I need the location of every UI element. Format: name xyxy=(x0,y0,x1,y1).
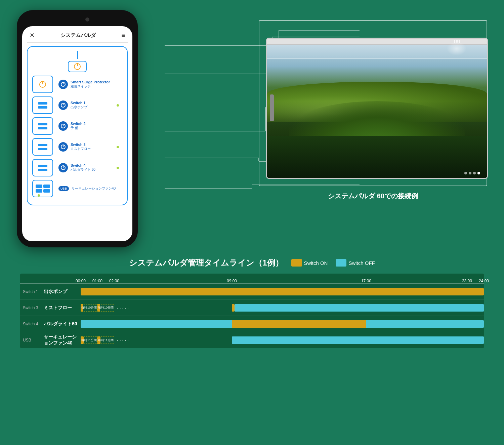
outlet-slot xyxy=(38,148,47,150)
row-switch-label-1: Switch 1 xyxy=(20,289,44,294)
legend-on-box xyxy=(291,259,302,267)
switch-name-1: Switch 1 xyxy=(71,101,87,105)
row-bar-usb: 毎時11分間 毎時11分間 · · · · · xyxy=(81,332,484,348)
outlet-row-1: Switch 1 出水ポンプ xyxy=(32,96,122,114)
phone-title: システムパルダ xyxy=(60,32,96,39)
close-icon[interactable]: ✕ xyxy=(30,32,35,39)
bar-s3-block2: 毎時10分間 xyxy=(97,304,114,312)
dot-3 xyxy=(473,172,476,174)
usb-port xyxy=(36,185,42,188)
phone-wrapper: ✕ システムパルダ ≡ xyxy=(17,10,144,247)
outlet-surge xyxy=(32,76,53,93)
switch-power-icon-4 xyxy=(61,165,66,170)
terrarium-frame xyxy=(266,38,488,179)
menu-icon[interactable]: ≡ xyxy=(121,32,125,39)
outlet-dot-3 xyxy=(117,146,119,148)
row-switch-label-4: Switch 4 xyxy=(20,322,44,326)
outlet-slot xyxy=(38,123,47,125)
switch-power-icon-2 xyxy=(61,124,66,128)
switch-sub-surge: 避雷スイッチ xyxy=(71,84,110,89)
time-0100: 01:00 xyxy=(92,279,102,283)
switch-power-icon xyxy=(61,82,66,87)
switch-circle-4[interactable] xyxy=(58,163,68,172)
dot-2 xyxy=(469,172,471,174)
terrarium-top-dots xyxy=(454,40,460,43)
usb-port xyxy=(43,185,50,188)
phone-notch xyxy=(57,16,97,24)
switch-text-4: Switch 4 パルダライト 60 xyxy=(71,163,95,172)
timeline-row-usb: USB サーキュレーションファン40 毎時11分間 毎時11分間 · · · ·… xyxy=(20,332,484,348)
row-bar-3: 毎時10分間 毎時10分間 · · · · · xyxy=(81,300,484,316)
dot-1 xyxy=(464,172,467,174)
phone: ✕ システムパルダ ≡ xyxy=(17,10,138,247)
outlet-power-icon xyxy=(39,81,46,88)
bar-s3-label2: 毎時10分間 xyxy=(98,306,114,310)
switch-circle-3[interactable] xyxy=(58,142,68,152)
time-2400: 24:00 xyxy=(479,279,489,283)
outlet-dot-1 xyxy=(117,104,119,107)
bar-s3-on-09 xyxy=(232,304,235,312)
terrarium-dots xyxy=(464,172,480,174)
timeline-header: システムパルダ管理タイムライン（1例） Switch ON Switch OFF xyxy=(20,257,484,268)
row-bar-1 xyxy=(81,284,484,299)
outlet-row-usb: USB サーキュレーションファン40 xyxy=(32,180,122,197)
outlet-3 xyxy=(32,138,53,156)
switch-sub-2: 予 備 xyxy=(71,126,86,130)
terrarium-side-bar xyxy=(270,94,274,121)
time-0000: 00:00 xyxy=(76,279,86,283)
outlet-slot xyxy=(38,127,47,129)
terrarium-mist xyxy=(447,42,467,55)
dot-active xyxy=(477,172,480,174)
bar-usb-block1: 毎時11分間 xyxy=(81,336,97,344)
row-bar-4 xyxy=(81,316,484,332)
timeline-time-header: 00:00 01:00 02:00 09:00 17:00 23:00 24:0… xyxy=(20,274,484,284)
terrarium-section: システムパルダ 60での接続例 xyxy=(259,20,487,201)
switch-name-surge: Smart Surge Protector xyxy=(71,80,110,84)
outlet-1 xyxy=(32,96,53,114)
power-button[interactable] xyxy=(68,61,87,72)
row-switch-label-3: Switch 3 xyxy=(20,306,44,310)
bar-usb-dots: · · · · · xyxy=(117,337,129,343)
outlet-dot-4 xyxy=(117,167,119,169)
top-section: ✕ システムパルダ ≡ xyxy=(17,10,487,247)
timeline-row-switch3: Switch 3 ミストフロー 毎時10分間 毎時10分間 xyxy=(20,300,484,316)
bar-s3-label1: 毎時10分間 xyxy=(81,306,97,310)
timeline-grid: 00:00 01:00 02:00 09:00 17:00 23:00 24:0… xyxy=(20,274,484,348)
time-1700: 17:00 xyxy=(361,279,371,283)
bar-usb-label2: 毎時11分間 xyxy=(98,338,114,342)
bar-usb-block2: 毎時11分間 xyxy=(97,336,114,344)
switch-circle-2[interactable] xyxy=(58,121,68,131)
bar-s3-block1: 毎時10分間 xyxy=(81,304,97,312)
row-device-4: パルダライト60 xyxy=(44,321,81,327)
terrarium-caption: システムパルダ 60での接続例 xyxy=(259,192,487,201)
switch-name-2: Switch 2 xyxy=(71,122,86,126)
time-2300: 23:00 xyxy=(462,279,472,283)
row-device-1: 出水ポンプ xyxy=(44,289,81,295)
switch-power-icon-3 xyxy=(61,145,66,149)
phone-screen: ✕ システムパルダ ≡ xyxy=(22,26,132,241)
legend-off-label: Switch OFF xyxy=(348,260,375,266)
bar-s4-off1 xyxy=(81,320,232,328)
bar-s3-dots: · · · · · xyxy=(117,305,129,311)
outlet-row-2: Switch 2 予 備 xyxy=(32,117,122,135)
switch-sub-usb: サーキュレーションファン40 xyxy=(72,186,116,191)
strip-wire xyxy=(77,51,78,59)
outlet-row-4: Switch 4 パルダライト 60 xyxy=(32,159,122,176)
outlet-slot xyxy=(38,102,47,105)
main-container: ✕ システムパルダ ≡ xyxy=(0,0,504,362)
bar-switch1-on xyxy=(81,288,484,295)
time-0200: 02:00 xyxy=(109,279,119,283)
timeline-title: システムパルダ管理タイムライン（1例） xyxy=(129,257,283,268)
row-device-usb: サーキュレーションファン40 xyxy=(44,334,81,346)
timeline-row-switch1: Switch 1 出水ポンプ xyxy=(20,284,484,300)
usb-badge: USB xyxy=(58,186,69,191)
switch-text-1: Switch 1 出水ポンプ xyxy=(71,101,87,110)
usb-port xyxy=(43,189,50,193)
right-section: システムパルダ 60での接続例 xyxy=(144,10,487,201)
outlet-slot xyxy=(38,106,47,109)
legend-off-box xyxy=(336,259,346,267)
timeline-row-switch4: Switch 4 パルダライト60 xyxy=(20,316,484,332)
power-icon xyxy=(74,63,81,70)
switch-circle-surge[interactable] xyxy=(58,80,68,89)
switch-circle-1[interactable] xyxy=(58,100,68,110)
